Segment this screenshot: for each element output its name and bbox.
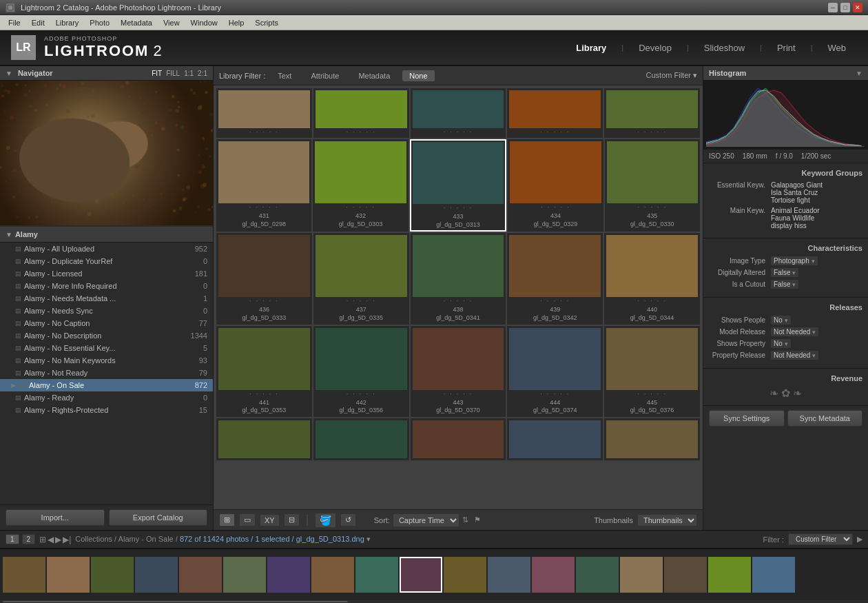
grid-cell[interactable]: · · · · · 436 gl_dg_5D_0333 (216, 233, 312, 324)
filmstrip-thumb[interactable] (444, 557, 486, 593)
menu-help[interactable]: Help (223, 17, 250, 28)
shows-people-value[interactable]: No▾ (771, 316, 791, 325)
collection-item[interactable]: ▤ Alamy - No Essential Key... 5 (0, 342, 213, 354)
grid-cell[interactable] (411, 418, 506, 460)
fit-btn-fit[interactable]: FIT (152, 70, 162, 77)
sync-btn[interactable]: ↺ (340, 513, 356, 527)
menu-window[interactable]: Window (185, 17, 223, 28)
fit-btn-2-1[interactable]: 2:1 (198, 70, 207, 77)
filter-tab-text[interactable]: Text (271, 70, 298, 81)
filmstrip-thumb[interactable] (752, 557, 795, 593)
grid-cell[interactable] (604, 418, 700, 460)
grid-cell[interactable]: · · · · · 439 gl_dg_5D_0342 (507, 233, 603, 324)
collection-item[interactable]: ▤ Alamy - All Uploaded 952 (0, 243, 213, 255)
grid-cell[interactable]: · · · · · (411, 88, 506, 138)
close-button[interactable]: ✕ (853, 3, 862, 12)
collection-item[interactable]: ▤ Alamy - Licensed 181 (0, 267, 213, 280)
filmstrip-thumb[interactable] (179, 557, 222, 593)
grid-cell[interactable]: · · · · · (313, 88, 409, 138)
filmstrip-thumb[interactable] (620, 557, 663, 593)
survey-view-btn[interactable]: ⊟ (284, 513, 300, 527)
menu-scripts[interactable]: Scripts (249, 17, 284, 28)
tab-library[interactable]: Library (565, 40, 617, 56)
grid-cell[interactable] (313, 418, 409, 460)
filmstrip-thumb[interactable] (708, 557, 751, 593)
compare-view-btn[interactable]: XY (260, 514, 280, 527)
tab-web[interactable]: Web (817, 40, 858, 56)
grid-cell[interactable]: · · · · · 444 gl_dg_5D_0374 (507, 326, 603, 417)
filmstrip-thumb[interactable] (664, 557, 707, 593)
minimize-button[interactable]: ─ (828, 3, 838, 12)
prev-arrow[interactable]: ◀ (48, 535, 54, 544)
is-cutout-value[interactable]: False▾ (771, 280, 798, 289)
maximize-button[interactable]: □ (840, 3, 850, 12)
sync-metadata-button[interactable]: Sync Metadata (787, 410, 863, 427)
filmstrip-thumb[interactable] (135, 557, 178, 593)
grid-cell[interactable]: · · · · · 437 gl_dg_5D_0335 (313, 233, 409, 324)
grid-cell[interactable]: · · · · · (604, 88, 700, 138)
filmstrip-thumb[interactable] (223, 557, 266, 593)
filter-tab-metadata[interactable]: Metadata (351, 70, 397, 81)
grid-cell[interactable]: · · · · · 432 gl_dg_5D_0303 (313, 139, 408, 232)
shows-property-value[interactable]: No▾ (771, 339, 791, 348)
export-catalog-button[interactable]: Export Catalog (109, 509, 208, 526)
thumbs-select[interactable]: Thumbnails (637, 514, 697, 527)
grid-cell[interactable]: · · · · · 431 gl_dg_5D_0298 (216, 139, 311, 232)
sort-select[interactable]: Capture Time File Name Rating (393, 513, 459, 527)
collection-item[interactable]: ▶ ▤ Alamy - On Sale 872 (0, 379, 213, 391)
grid-cell[interactable]: · · · · · 438 gl_dg_5D_0341 (411, 233, 506, 324)
fit-btn-1-1[interactable]: 1:1 (184, 70, 194, 77)
navigator-collapse-icon[interactable]: ▼ (6, 70, 12, 77)
tab-slideshow[interactable]: Slideshow (693, 40, 756, 56)
filmstrip-thumb[interactable] (355, 557, 398, 593)
digitally-altered-value[interactable]: False▾ (771, 268, 798, 277)
collection-item[interactable]: ▤ Alamy - Needs Metadata ... 1 (0, 292, 213, 305)
filter-tab-attribute[interactable]: Attribute (304, 70, 346, 81)
collections-collapse-icon[interactable]: ▼ (6, 231, 12, 238)
spray-can-btn[interactable]: 🪣 (315, 513, 336, 528)
filter-options-btn[interactable]: ▶ (857, 535, 862, 544)
filmstrip-thumb[interactable] (532, 557, 575, 593)
tab-print[interactable]: Print (766, 40, 807, 56)
property-release-value[interactable]: Not Needed▾ (771, 351, 818, 360)
collection-item[interactable]: ▤ Alamy - Rights-Protected 15 (0, 404, 213, 416)
sort-direction-btn[interactable]: ⇅ (462, 515, 468, 524)
grid-cell[interactable]: · · · · · 435 gl_dg_5D_0330 (605, 139, 700, 232)
fit-btn-fill[interactable]: FILL (166, 70, 180, 77)
menu-library[interactable]: Library (50, 17, 85, 28)
grid-cell[interactable] (216, 418, 312, 460)
loupe-view-btn[interactable]: ▭ (239, 513, 256, 527)
filmstrip-thumb[interactable] (400, 557, 442, 593)
sync-settings-button[interactable]: Sync Settings (709, 410, 785, 427)
filmstrip-thumb[interactable] (488, 557, 530, 593)
forward-arrow[interactable]: ▶| (63, 535, 71, 544)
filter-select-bottom[interactable]: Custom Filter (788, 533, 853, 545)
sort-flags-btn[interactable]: ⚑ (474, 515, 481, 524)
filmstrip-thumb[interactable] (3, 557, 45, 593)
grid-cell[interactable]: · · · · · (216, 88, 312, 138)
custom-filter-dropdown[interactable]: Custom Filter ▾ (646, 71, 697, 80)
filmstrip-thumb[interactable] (576, 557, 619, 593)
collection-item[interactable]: ▤ Alamy - Not Ready 79 (0, 367, 213, 379)
navigator-preview[interactable] (0, 81, 213, 225)
menu-edit[interactable]: Edit (26, 17, 50, 28)
collection-item[interactable]: ▤ Alamy - More Info Required 0 (0, 280, 213, 292)
grid-cell[interactable]: · · · · · 445 gl_dg_5D_0376 (604, 326, 700, 417)
import-button[interactable]: Import... (6, 509, 105, 526)
grid-cell[interactable]: · · · · · 443 gl_dg_5D_0370 (411, 326, 506, 417)
grid-cell[interactable]: · · · · · 434 gl_dg_5D_0329 (508, 139, 603, 232)
filter-tab-none[interactable]: None (402, 70, 434, 81)
grid-cell[interactable]: · · · · · (507, 88, 603, 138)
grid-cell[interactable]: · · · · · 433 gl_dg_5D_0313 (410, 139, 506, 232)
collection-item[interactable]: ▤ Alamy - No Caption 77 (0, 317, 213, 329)
grid-cell[interactable]: · · · · · 442 gl_dg_5D_0356 (313, 326, 409, 417)
filmstrip-thumb[interactable] (311, 557, 354, 593)
tab-develop[interactable]: Develop (628, 40, 683, 56)
collection-item[interactable]: ▤ Alamy - Ready 0 (0, 391, 213, 404)
page-btn-2[interactable]: 2 (22, 534, 36, 544)
model-release-value[interactable]: Not Needed▾ (771, 327, 818, 336)
grid-cell[interactable] (507, 418, 603, 460)
collection-item[interactable]: ▤ Alamy - Needs Sync 0 (0, 305, 213, 317)
menu-view[interactable]: View (158, 17, 185, 28)
grid-cell[interactable]: · · · · · 440 gl_dg_5D_0344 (604, 233, 700, 324)
